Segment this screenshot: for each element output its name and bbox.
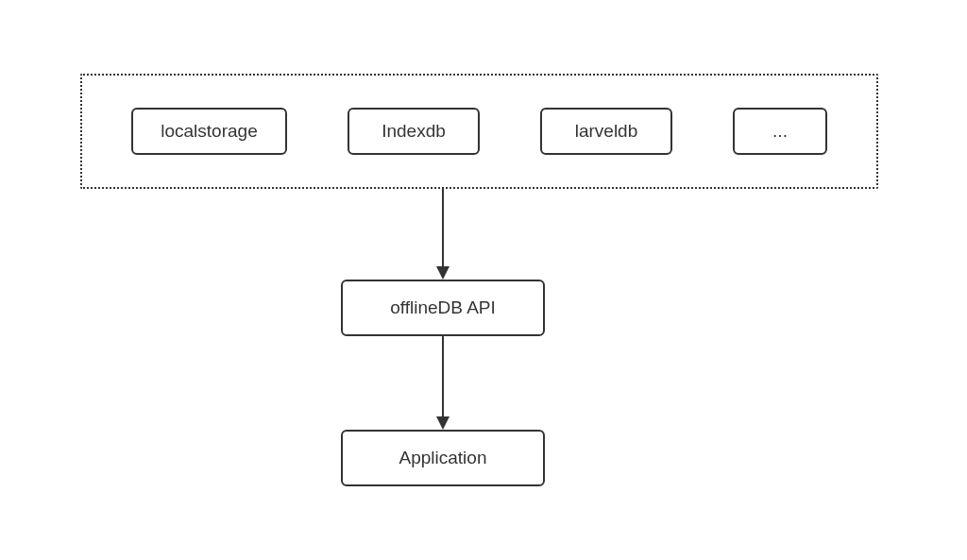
backend-localstorage-label: localstorage	[161, 121, 257, 142]
arrow-head-1	[436, 266, 450, 280]
backend-larveldb: larveldb	[540, 108, 672, 155]
backend-more-label: ...	[772, 121, 788, 142]
offlinedb-api-label: offlineDB API	[390, 297, 496, 318]
arrow-api-to-application	[442, 336, 444, 416]
backend-larveldb-label: larveldb	[575, 121, 638, 142]
arrow-backends-to-api	[442, 189, 444, 266]
offlinedb-api-box: offlineDB API	[341, 280, 545, 336]
arrow-head-2	[436, 416, 450, 430]
backend-indexdb: Indexdb	[348, 108, 480, 155]
backend-localstorage: localstorage	[131, 108, 287, 155]
application-label: Application	[399, 448, 487, 468]
backend-more: ...	[733, 108, 827, 155]
backend-indexdb-label: Indexdb	[382, 121, 446, 142]
storage-backends-group: localstorage Indexdb larveldb ...	[80, 74, 878, 189]
application-box: Application	[341, 430, 545, 486]
